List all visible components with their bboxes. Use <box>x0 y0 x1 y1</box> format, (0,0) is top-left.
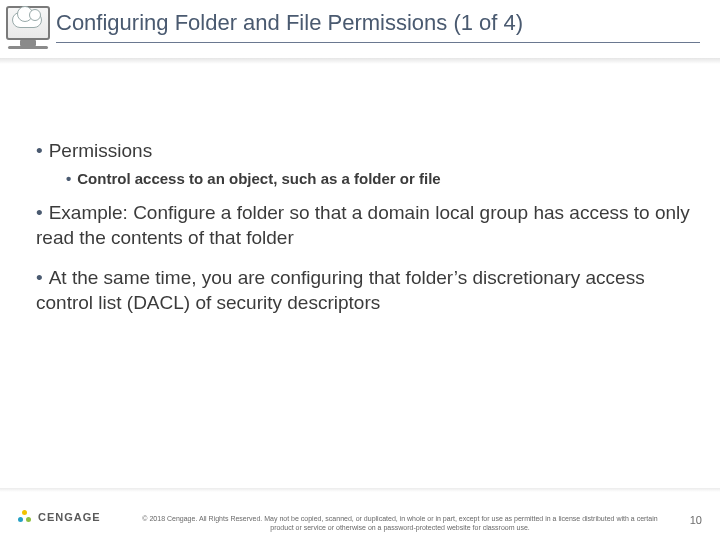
brand-text: CENGAGE <box>38 511 101 523</box>
header-shadow <box>0 58 720 64</box>
bullet-example: •Example: Configure a folder so that a d… <box>36 201 692 250</box>
page-number: 10 <box>690 514 702 526</box>
bullet-text: Control access to an object, such as a f… <box>77 170 440 187</box>
slide-title: Configuring Folder and File Permissions … <box>56 10 700 36</box>
bullet-dot-icon: • <box>36 202 43 223</box>
title-underline <box>56 42 700 43</box>
bullet-text: At the same time, you are configuring th… <box>36 267 645 313</box>
bullet-dot-icon: • <box>36 267 43 288</box>
cloud-icon <box>12 12 42 28</box>
footer-divider <box>0 488 720 492</box>
bullet-text: Permissions <box>49 140 152 161</box>
sub-bullet-control-access: •Control access to an object, such as a … <box>66 170 692 187</box>
bullet-dot-icon: • <box>66 170 71 187</box>
slide-body: •Permissions •Control access to an objec… <box>36 140 692 332</box>
brand-logo: CENGAGE <box>18 510 101 524</box>
copyright-text: © 2018 Cengage. All Rights Reserved. May… <box>140 514 660 532</box>
slide: Configuring Folder and File Permissions … <box>0 0 720 540</box>
brand-mark-icon <box>18 510 32 524</box>
monitor-base-icon <box>8 46 48 49</box>
bullet-dacl: •At the same time, you are configuring t… <box>36 266 692 315</box>
bullet-permissions: •Permissions <box>36 140 692 162</box>
bullet-text: Example: Configure a folder so that a do… <box>36 202 690 248</box>
bullet-dot-icon: • <box>36 140 43 161</box>
